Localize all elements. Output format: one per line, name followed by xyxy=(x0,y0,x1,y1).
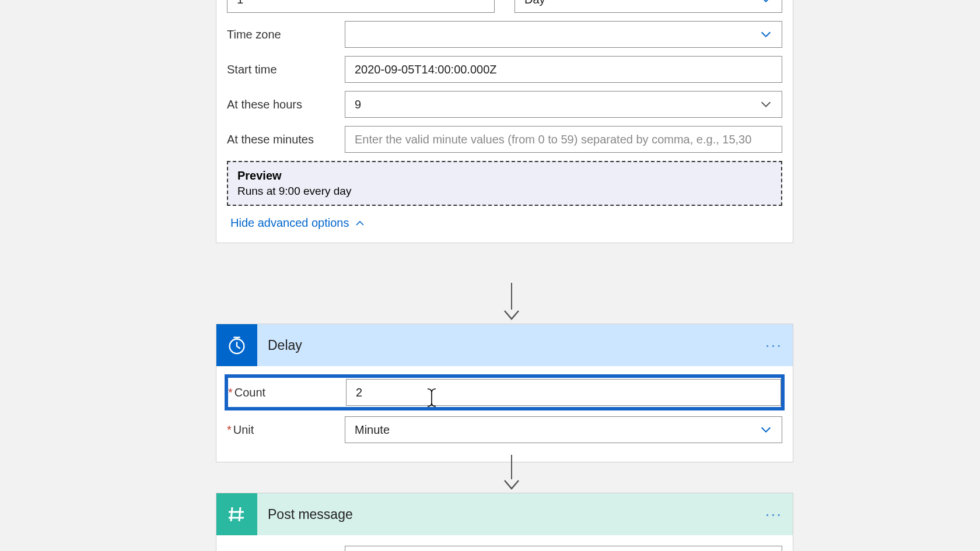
delay-card-header[interactable]: Delay ··· xyxy=(216,324,793,366)
starttime-input[interactable] xyxy=(345,56,782,83)
chevron-down-icon xyxy=(760,0,772,6)
timezone-label: Time zone xyxy=(227,28,345,41)
post-message-card: Post message ··· *Channel Name tutorial xyxy=(216,493,793,551)
frequency-select[interactable]: Day xyxy=(514,0,782,13)
unit-label: *Unit xyxy=(227,423,345,437)
delay-card-title: Delay xyxy=(268,338,765,353)
preview-box: Preview Runs at 9:00 every day xyxy=(227,161,782,206)
channel-name-select[interactable]: tutorial xyxy=(345,546,782,551)
flow-canvas: Interval Frequency Day Time zone xyxy=(0,0,980,551)
chevron-up-icon xyxy=(355,218,365,229)
delay-card: Delay ··· *Count *Unit Minute xyxy=(216,324,793,462)
delay-more-button[interactable]: ··· xyxy=(765,336,782,355)
hours-select[interactable]: 9 xyxy=(345,91,782,118)
minutes-label: At these minutes xyxy=(227,133,345,146)
preview-title: Preview xyxy=(237,169,772,183)
hash-icon xyxy=(216,493,257,535)
text-cursor-icon xyxy=(426,388,438,408)
timezone-select[interactable] xyxy=(345,21,782,48)
chevron-down-icon xyxy=(760,98,772,111)
chevron-down-icon xyxy=(760,28,772,41)
frequency-value: Day xyxy=(524,0,545,6)
post-message-card-title: Post message xyxy=(268,507,765,522)
count-input[interactable] xyxy=(346,379,781,406)
post-more-button[interactable]: ··· xyxy=(765,505,782,524)
hours-label: At these hours xyxy=(227,98,345,111)
chevron-down-icon xyxy=(760,423,772,436)
minutes-input[interactable] xyxy=(345,126,782,153)
advanced-link-label: Hide advanced options xyxy=(230,216,349,230)
flow-connector xyxy=(503,283,520,321)
post-message-card-header[interactable]: Post message ··· xyxy=(216,493,793,535)
arrow-down-icon xyxy=(503,310,520,321)
hide-advanced-options-link[interactable]: Hide advanced options xyxy=(230,216,365,230)
hours-value: 9 xyxy=(355,98,760,111)
starttime-label: Start time xyxy=(227,63,345,76)
interval-input[interactable] xyxy=(227,0,495,13)
unit-value: Minute xyxy=(355,423,390,437)
flow-connector xyxy=(503,455,520,491)
arrow-down-icon xyxy=(503,479,520,491)
count-row-highlighted: *Count xyxy=(227,377,782,408)
clock-icon xyxy=(216,324,257,366)
recurrence-card: Interval Frequency Day Time zone xyxy=(216,0,793,243)
unit-select[interactable]: Minute xyxy=(345,416,782,443)
preview-text: Runs at 9:00 every day xyxy=(237,185,772,198)
count-label: *Count xyxy=(228,386,346,399)
